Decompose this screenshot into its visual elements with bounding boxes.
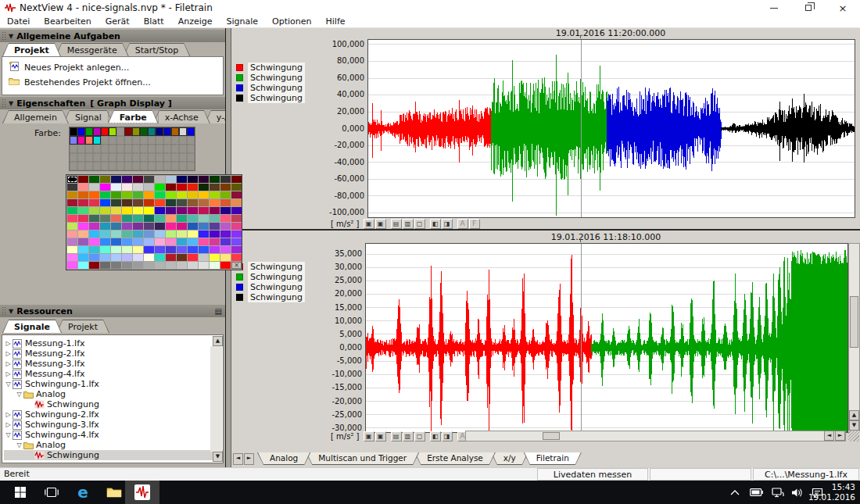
collapsed-icon[interactable]: ▷: [4, 370, 13, 377]
palette-color-cell[interactable]: [67, 207, 77, 214]
palette-color-cell[interactable]: [231, 215, 242, 222]
empty-swatch[interactable]: [93, 162, 101, 170]
empty-swatch[interactable]: [179, 136, 187, 145]
palette-color-cell[interactable]: [155, 215, 165, 222]
unlock-y-button[interactable]: ▣: [375, 219, 386, 229]
palette-color-cell[interactable]: [155, 223, 165, 230]
cursor-left-button[interactable]: ◧: [430, 219, 441, 229]
lock-y-button[interactable]: ▣: [364, 219, 374, 229]
palette-color-cell[interactable]: [177, 207, 187, 214]
palette-color-cell[interactable]: [199, 254, 209, 261]
palette-color-cell[interactable]: [78, 176, 88, 183]
palette-color-cell[interactable]: [100, 246, 110, 253]
palette-color-cell[interactable]: [122, 176, 132, 183]
tab-x-achse[interactable]: x-Achse: [153, 110, 210, 123]
palette-color-cell[interactable]: [133, 238, 143, 245]
palette-color-cell[interactable]: [188, 254, 198, 261]
empty-swatch[interactable]: [101, 153, 109, 162]
tree-item-analog[interactable]: ▽Analog: [4, 440, 223, 450]
palette-color-cell[interactable]: [100, 191, 110, 198]
palette-color-cell[interactable]: [67, 184, 77, 191]
palette-color-cell[interactable]: [177, 184, 187, 191]
palette-color-cell[interactable]: [166, 254, 176, 261]
empty-swatch[interactable]: [93, 153, 101, 162]
palette-color-cell[interactable]: [231, 254, 242, 261]
palette-color-cell[interactable]: [78, 207, 88, 214]
empty-swatch[interactable]: [171, 162, 179, 170]
palette-color-cell[interactable]: [166, 199, 176, 206]
palette-color-cell[interactable]: [67, 246, 77, 253]
legend-item[interactable]: Schwingung: [236, 262, 305, 271]
palette-color-cell[interactable]: [111, 231, 121, 238]
palette-color-cell[interactable]: [220, 246, 231, 253]
palette-color-cell[interactable]: [166, 215, 176, 222]
palette-color-cell[interactable]: [199, 191, 209, 198]
palette-color-cell[interactable]: [220, 254, 231, 261]
palette-color-cell[interactable]: [231, 199, 242, 206]
start-button[interactable]: [6, 481, 34, 504]
color-swatch[interactable]: [85, 127, 93, 136]
color-swatch[interactable]: [77, 127, 85, 136]
tab-start-stop[interactable]: Start/Stop: [124, 43, 191, 56]
palette-color-cell[interactable]: [122, 223, 132, 230]
empty-swatch[interactable]: [179, 153, 187, 162]
legend-item[interactable]: Schwingung: [236, 272, 305, 281]
palette-color-cell[interactable]: [210, 238, 220, 245]
palette-color-cell[interactable]: [166, 184, 176, 191]
palette-color-cell[interactable]: [122, 238, 132, 245]
h-scroll-thumb[interactable]: [543, 432, 560, 440]
unlock-y-button[interactable]: ▣: [375, 431, 386, 441]
sheet-scroll-left-button[interactable]: ◄: [233, 453, 243, 465]
empty-swatch[interactable]: [132, 162, 140, 170]
palette-color-cell[interactable]: [199, 207, 209, 214]
lock-y-button[interactable]: ▣: [364, 431, 374, 441]
palette-color-cell[interactable]: [100, 199, 110, 206]
menu-item-anzeige[interactable]: Anzeige: [171, 16, 220, 27]
empty-swatch[interactable]: [140, 145, 148, 153]
palette-color-cell[interactable]: [166, 223, 176, 230]
palette-color-cell[interactable]: [78, 262, 88, 269]
empty-swatch[interactable]: [156, 136, 163, 145]
palette-color-cell[interactable]: [111, 215, 121, 222]
palette-color-cell[interactable]: [155, 207, 165, 214]
empty-swatch[interactable]: [124, 136, 132, 145]
palette-color-cell[interactable]: [89, 207, 99, 214]
palette-color-cell[interactable]: [111, 191, 121, 198]
tree-item-messung-2-lfx[interactable]: ▷Messung-2.lfx: [4, 349, 223, 359]
palette-color-cell[interactable]: [133, 207, 143, 214]
palette-color-cell[interactable]: [188, 262, 198, 269]
tree-scroll-up-button[interactable]: ▲: [213, 336, 223, 346]
palette-color-cell[interactable]: [144, 254, 154, 261]
color-swatch[interactable]: [156, 127, 163, 136]
palette-color-cell[interactable]: [133, 199, 143, 206]
palette-color-cell[interactable]: [231, 231, 242, 238]
palette-color-cell[interactable]: [199, 238, 209, 245]
expanded-icon[interactable]: ▽: [4, 431, 13, 438]
sheet-scroll-right-button[interactable]: ►: [244, 453, 254, 465]
menu-item-blatt[interactable]: Blatt: [137, 16, 171, 27]
task-item-bestehendes-projekt-ffnen[interactable]: Bestehendes Projekt öffnen...: [2, 75, 223, 89]
palette-color-cell[interactable]: [155, 254, 165, 261]
palette-color-cell[interactable]: [144, 238, 154, 245]
expanded-icon[interactable]: ▽: [15, 441, 23, 449]
palette-color-cell[interactable]: [89, 191, 99, 198]
empty-swatch[interactable]: [132, 136, 140, 145]
palette-color-cell[interactable]: [78, 191, 88, 198]
empty-swatch[interactable]: [187, 162, 195, 170]
collapsed-icon[interactable]: ▷: [4, 421, 13, 428]
palette-color-cell[interactable]: [111, 223, 121, 230]
palette-color-cell[interactable]: [122, 246, 132, 253]
color-swatch[interactable]: [171, 127, 179, 136]
palette-color-cell[interactable]: [67, 199, 77, 206]
empty-swatch[interactable]: [132, 145, 140, 153]
palette-color-cell[interactable]: [188, 215, 198, 222]
palette-color-cell[interactable]: [177, 215, 187, 222]
tree-item-schwingung-3-lfx[interactable]: ▷Schwingung-3.lfx: [4, 420, 223, 430]
color-swatch[interactable]: [77, 136, 85, 145]
tab-projekt[interactable]: Projekt: [2, 43, 61, 56]
palette-color-cell[interactable]: [177, 262, 187, 269]
palette-color-cell[interactable]: [67, 238, 77, 245]
menu-item-datei[interactable]: Datei: [0, 16, 37, 27]
palette-color-cell[interactable]: [67, 254, 77, 261]
palette-color-cell[interactable]: [78, 215, 88, 222]
